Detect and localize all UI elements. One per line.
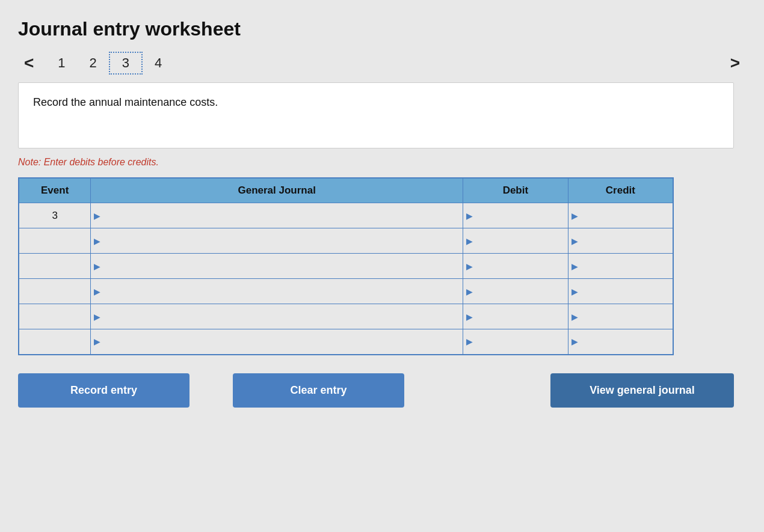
journal-cell-1[interactable]: ▶ [91, 228, 463, 254]
credit-input-1[interactable] [581, 228, 673, 253]
debit-input-5[interactable] [475, 329, 568, 354]
debit-arrow-2: ▶ [463, 261, 475, 271]
journal-cell-4[interactable]: ▶ [91, 304, 463, 329]
record-entry-button[interactable]: Record entry [18, 373, 189, 408]
credit-input-3[interactable] [581, 279, 673, 304]
journal-cell-2[interactable]: ▶ [91, 254, 463, 279]
table-row: ▶▶▶ [19, 228, 673, 254]
journal-cell-3[interactable]: ▶ [91, 279, 463, 304]
credit-arrow-0: ▶ [568, 211, 581, 221]
credit-arrow-1: ▶ [568, 236, 581, 246]
button-row: Record entry Clear entry View general jo… [18, 373, 734, 408]
clear-entry-button[interactable]: Clear entry [233, 373, 404, 408]
event-cell-0: 3 [19, 203, 91, 228]
journal-cell-0[interactable]: ▶ [91, 203, 463, 228]
journal-input-4[interactable] [103, 304, 463, 329]
debit-cell-5[interactable]: ▶ [463, 329, 568, 355]
view-general-journal-button[interactable]: View general journal [550, 373, 734, 408]
debit-arrow-1: ▶ [463, 236, 475, 246]
debit-arrow-3: ▶ [463, 287, 475, 296]
journal-input-0[interactable] [103, 203, 463, 228]
debit-arrow-4: ▶ [463, 312, 475, 322]
description-text: Record the annual maintenance costs. [33, 96, 218, 108]
nav-item-2[interactable]: 2 [78, 53, 109, 73]
event-cell-5 [19, 329, 91, 355]
debit-arrow-5: ▶ [463, 337, 475, 346]
table-row: ▶▶▶ [19, 254, 673, 279]
note-text: Note: Enter debits before credits. [18, 157, 746, 168]
debit-input-2[interactable] [475, 254, 568, 278]
credit-arrow-5: ▶ [568, 337, 581, 346]
journal-arrow-5: ▶ [91, 337, 103, 346]
event-cell-2 [19, 254, 91, 279]
nav-item-3[interactable]: 3 [109, 52, 143, 75]
table-row: 3▶▶▶ [19, 203, 673, 228]
credit-arrow-4: ▶ [568, 312, 581, 322]
credit-input-4[interactable] [581, 304, 673, 329]
event-cell-1 [19, 228, 91, 254]
credit-input-5[interactable] [581, 329, 673, 354]
header-debit: Debit [463, 178, 568, 203]
event-cell-3 [19, 279, 91, 304]
journal-arrow-4: ▶ [91, 312, 103, 322]
page-title: Journal entry worksheet [18, 18, 746, 40]
table-row: ▶▶▶ [19, 304, 673, 329]
debit-cell-4[interactable]: ▶ [463, 304, 568, 329]
nav-item-4[interactable]: 4 [143, 53, 174, 73]
nav-item-1[interactable]: 1 [46, 53, 77, 73]
debit-cell-1[interactable]: ▶ [463, 228, 568, 254]
nav-next-arrow[interactable]: > [724, 51, 746, 75]
credit-cell-4[interactable]: ▶ [568, 304, 673, 329]
journal-arrow-2: ▶ [91, 261, 103, 271]
debit-input-4[interactable] [475, 304, 568, 329]
credit-cell-0[interactable]: ▶ [568, 203, 673, 228]
journal-cell-5[interactable]: ▶ [91, 329, 463, 355]
debit-cell-3[interactable]: ▶ [463, 279, 568, 304]
credit-input-0[interactable] [581, 203, 673, 228]
debit-cell-2[interactable]: ▶ [463, 254, 568, 279]
table-row: ▶▶▶ [19, 279, 673, 304]
table-row: ▶▶▶ [19, 329, 673, 355]
description-box: Record the annual maintenance costs. [18, 82, 734, 148]
event-cell-4 [19, 304, 91, 329]
journal-arrow-1: ▶ [91, 236, 103, 246]
credit-arrow-3: ▶ [568, 287, 581, 296]
credit-input-2[interactable] [581, 254, 673, 278]
debit-input-0[interactable] [475, 203, 568, 228]
debit-arrow-0: ▶ [463, 211, 475, 221]
journal-input-1[interactable] [103, 228, 463, 253]
journal-input-3[interactable] [103, 279, 463, 304]
navigation-row: < 1 2 3 4 > [18, 51, 746, 75]
journal-arrow-0: ▶ [91, 211, 103, 221]
journal-arrow-3: ▶ [91, 287, 103, 296]
nav-prev-arrow[interactable]: < [18, 51, 40, 75]
header-credit: Credit [568, 178, 673, 203]
journal-input-5[interactable] [103, 329, 463, 354]
journal-table: Event General Journal Debit Credit 3▶▶▶▶… [18, 177, 674, 355]
header-general-journal: General Journal [91, 178, 463, 203]
debit-input-1[interactable] [475, 228, 568, 253]
debit-input-3[interactable] [475, 279, 568, 304]
credit-cell-2[interactable]: ▶ [568, 254, 673, 279]
credit-cell-1[interactable]: ▶ [568, 228, 673, 254]
credit-cell-5[interactable]: ▶ [568, 329, 673, 355]
credit-cell-3[interactable]: ▶ [568, 279, 673, 304]
header-event: Event [19, 178, 91, 203]
debit-cell-0[interactable]: ▶ [463, 203, 568, 228]
journal-input-2[interactable] [103, 254, 463, 278]
credit-arrow-2: ▶ [568, 261, 581, 271]
